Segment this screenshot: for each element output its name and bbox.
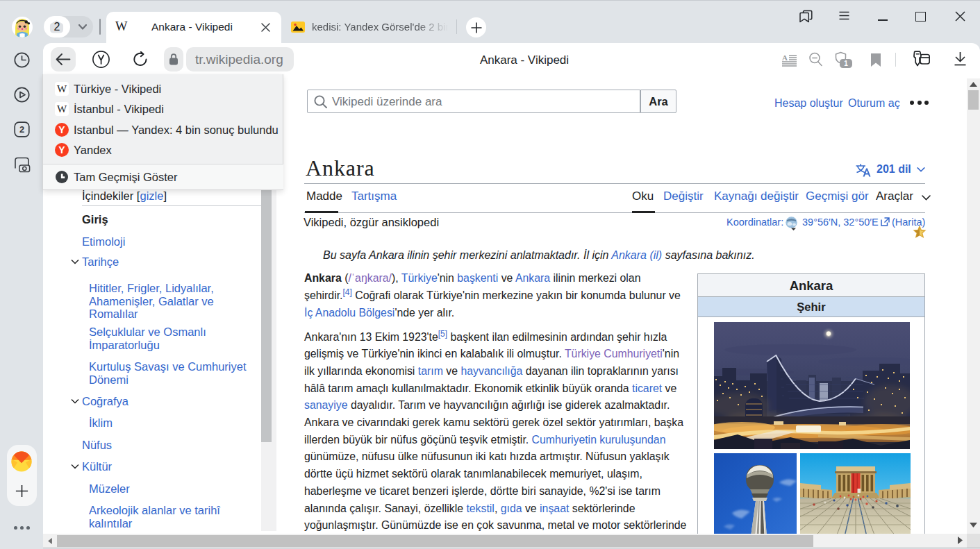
svg-text:A: A — [782, 54, 788, 62]
svg-text:1: 1 — [844, 60, 848, 67]
